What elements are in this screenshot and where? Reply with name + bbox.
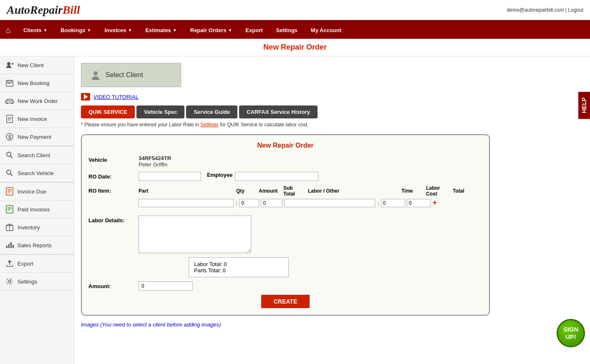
- sidebar-item-new-client[interactable]: New Client: [0, 56, 74, 74]
- svg-rect-7: [8, 83, 9, 84]
- svg-rect-35: [13, 245, 14, 248]
- parts-total: Parts Total: 0: [194, 267, 283, 274]
- col-qty-header: Qty: [236, 188, 257, 194]
- chevron-down-icon: ▼: [128, 28, 132, 33]
- nav-settings[interactable]: Settings: [270, 21, 304, 39]
- part-input[interactable]: [139, 199, 234, 207]
- table-row: | | +: [139, 198, 478, 207]
- labor-total: Labor Total: 0: [194, 261, 283, 267]
- svg-rect-34: [10, 242, 12, 248]
- tab-carfax[interactable]: CARFAX Service History: [239, 105, 318, 118]
- nav-invoices[interactable]: Invoices ▼: [98, 21, 139, 39]
- labor-input[interactable]: [284, 199, 375, 207]
- sidebar-item-invoice-due[interactable]: Invoice Due: [0, 183, 74, 201]
- video-tutorial-link[interactable]: VIDEO TUTORIAL: [81, 93, 583, 100]
- create-button[interactable]: CREATE: [261, 295, 310, 308]
- sidebar-item-search-vehicle[interactable]: Search Vehicle: [0, 164, 74, 182]
- labor-details-textarea[interactable]: [139, 216, 251, 253]
- sidebar-item-export[interactable]: Export: [0, 255, 74, 273]
- sidebar-item-settings[interactable]: Settings: [0, 273, 74, 291]
- tab-quik-service[interactable]: QUIK SERVICE: [81, 105, 135, 118]
- final-amount-input[interactable]: [139, 281, 193, 291]
- chevron-down-icon: ▼: [228, 28, 232, 33]
- col-total-header: Total: [453, 188, 478, 194]
- col-amount-header: Amount: [259, 188, 282, 194]
- signup-button[interactable]: SIGNUP!: [557, 319, 585, 347]
- calendar-icon: [5, 78, 14, 88]
- nav-repair-orders[interactable]: Repair Orders ▼: [184, 21, 239, 39]
- svg-rect-33: [8, 244, 10, 248]
- sidebar: New Client New Booking: [0, 56, 74, 364]
- form-card-title: New Repair Order: [88, 142, 482, 149]
- col-subtotal-header: SubTotal: [283, 185, 306, 197]
- amount-label: Amount:: [88, 281, 139, 289]
- svg-point-18: [7, 152, 11, 156]
- col-laborcost-header: LaborCost: [426, 185, 451, 197]
- table-header-row: Part Qty Amount SubTotal Labor / Other T…: [139, 185, 478, 198]
- dollar-icon: $: [5, 132, 14, 141]
- ro-date-label: RO Date:: [88, 172, 139, 180]
- svg-line-19: [10, 156, 13, 158]
- add-row-button[interactable]: +: [433, 198, 437, 207]
- tab-bar: QUIK SERVICE Vehicle Spec Service Guide …: [81, 105, 583, 118]
- sidebar-item-sales-reports[interactable]: Sales Reports: [0, 236, 74, 254]
- main-content: Select Client VIDEO TUTORIAL QUIK SERVIC…: [74, 56, 590, 364]
- settings-link[interactable]: Settings: [200, 122, 218, 128]
- box-icon: [5, 223, 14, 232]
- ro-item-label: RO Item:: [88, 185, 139, 194]
- page-title: New Repair Order: [0, 39, 590, 56]
- images-notice: Images (You need to select a client befo…: [81, 321, 583, 328]
- nav-my-account[interactable]: My Account: [304, 21, 348, 39]
- sidebar-item-new-booking[interactable]: New Booking: [0, 74, 74, 92]
- vehicle-value: 34RF5424TR Peter Griffin: [139, 155, 171, 168]
- export-icon: [5, 259, 14, 268]
- sidebar-item-paid-invoices[interactable]: Paid Invoices: [0, 201, 74, 218]
- nav-clients[interactable]: Clients ▼: [17, 21, 54, 39]
- labor-details-row: Labor Details:: [88, 216, 482, 253]
- vehicle-row: Vehicle 34RF5424TR Peter Griffin: [88, 155, 482, 168]
- amount-input[interactable]: [261, 199, 282, 207]
- col-labor-header: Labor / Other: [308, 188, 400, 194]
- svg-line-21: [10, 174, 13, 176]
- col-part-header: Part: [139, 188, 234, 194]
- search-icon: [5, 151, 14, 160]
- total-input[interactable]: [407, 199, 431, 207]
- employee-input[interactable]: [235, 172, 318, 181]
- tab-vehicle-spec[interactable]: Vehicle Spec: [136, 105, 185, 118]
- tab-service-guide[interactable]: Service Guide: [186, 105, 237, 118]
- col-time-header: Time: [401, 188, 424, 194]
- person-icon: [90, 69, 101, 81]
- sidebar-item-new-work-order[interactable]: New Work Order: [0, 92, 74, 110]
- sidebar-item-inventory[interactable]: Inventory: [0, 218, 74, 236]
- date-employee-row: RO Date: Employee: [88, 172, 482, 181]
- employee-label: Employee: [207, 172, 232, 178]
- ro-date-input[interactable]: [139, 172, 201, 181]
- nav-bookings[interactable]: Bookings ▼: [54, 21, 98, 39]
- svg-point-20: [7, 170, 11, 174]
- sidebar-item-new-payment[interactable]: $ New Payment: [0, 128, 74, 146]
- help-tab[interactable]: HELP: [578, 92, 590, 119]
- form-card: New Repair Order Vehicle 34RF5424TR Pete…: [81, 134, 490, 316]
- laborcost-input[interactable]: [381, 199, 405, 207]
- paid-icon: [5, 205, 14, 214]
- svg-point-0: [7, 62, 10, 65]
- video-icon: [81, 93, 90, 100]
- svg-rect-22: [6, 188, 13, 195]
- ro-item-row: RO Item: Part Qty Amount SubTotal Labor …: [88, 185, 482, 211]
- chart-icon: [5, 241, 14, 250]
- svg-point-37: [8, 280, 11, 283]
- notice-text: * Please ensure you have entered your La…: [81, 122, 583, 128]
- user-info: demo@autorepairbill.com | Logout: [507, 7, 583, 13]
- home-button[interactable]: ⌂: [0, 21, 17, 39]
- qty-input[interactable]: [239, 199, 259, 207]
- sidebar-item-search-client[interactable]: Search Client: [0, 146, 74, 164]
- content-area: New Client New Booking: [0, 56, 590, 364]
- svg-rect-9: [5, 101, 14, 103]
- car-icon: [5, 96, 14, 105]
- nav-export[interactable]: Export: [239, 21, 269, 39]
- select-client-button[interactable]: Select Client: [81, 63, 181, 87]
- sidebar-item-new-invoice[interactable]: New Invoice: [0, 110, 74, 128]
- nav-estimates[interactable]: Estimates ▼: [139, 21, 183, 39]
- vehicle-label: Vehicle: [88, 155, 139, 163]
- svg-rect-8: [9, 83, 10, 84]
